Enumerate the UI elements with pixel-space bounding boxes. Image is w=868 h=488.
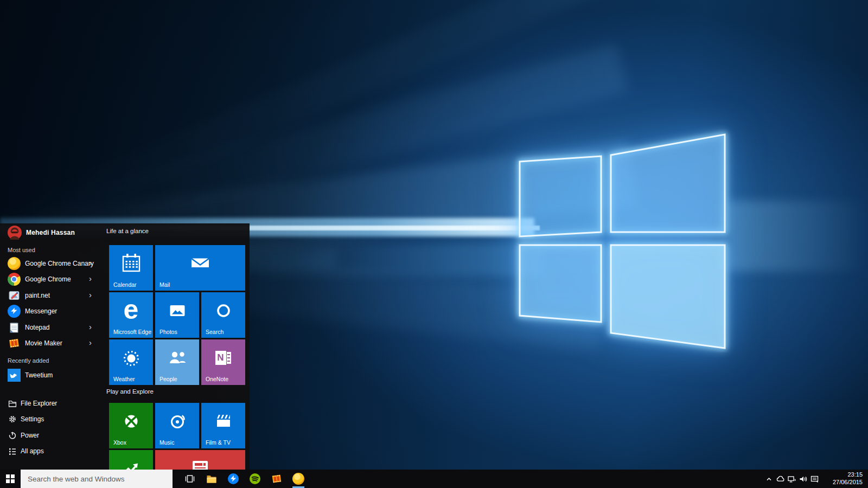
menu-item-label: paint.net	[25, 292, 50, 299]
news-icon	[187, 455, 213, 470]
submenu-chevron-icon[interactable]: ›	[89, 258, 92, 267]
start-button[interactable]	[0, 470, 21, 488]
submenu-chevron-icon[interactable]: ›	[89, 338, 92, 347]
taskbar-chrome-canary[interactable]	[288, 470, 309, 488]
menu-item-label: Power	[21, 432, 39, 439]
taskbar-messenger[interactable]	[222, 470, 244, 488]
folder-icon	[8, 399, 17, 408]
spotify-icon	[249, 473, 261, 485]
action-center-icon	[810, 474, 819, 484]
xbox-icon	[118, 408, 144, 434]
volume-icon	[799, 474, 808, 484]
taskbar-spotify[interactable]	[244, 470, 266, 488]
submenu-chevron-icon[interactable]: ›	[89, 322, 92, 331]
menu-item-movie-maker[interactable]: Movie Maker ›	[0, 336, 103, 352]
windows-logo-icon	[6, 474, 15, 483]
search-input[interactable]	[21, 470, 173, 488]
taskbar: 23:15 27/06/2015	[0, 470, 868, 488]
movie-maker-icon	[8, 337, 21, 350]
tile-microsoft-edge[interactable]: e Microsoft Edge	[109, 292, 153, 338]
tile-weather[interactable]: Weather	[109, 339, 153, 385]
chevron-up-icon	[764, 474, 774, 484]
tile-news[interactable]	[155, 450, 245, 470]
tile-label: Music	[159, 439, 174, 446]
weather-sun-icon	[118, 345, 144, 371]
mail-icon	[187, 251, 213, 277]
chrome-canary-icon	[292, 473, 304, 485]
menu-item-label: Settings	[21, 415, 44, 423]
people-icon	[164, 345, 190, 371]
menu-item-google-chrome[interactable]: Google Chrome ›	[0, 272, 103, 288]
task-view-icon	[184, 473, 196, 485]
most-used-list: Google Chrome Canary › Google Chrome ›	[0, 255, 103, 351]
tile-label: People	[159, 376, 177, 382]
desktop: Mehedi Hassan Most used Google Chrome Ca…	[0, 0, 868, 488]
tile-label: OneNote	[206, 376, 228, 382]
tray-onedrive[interactable]	[775, 474, 786, 483]
menu-item-paintnet[interactable]: paint.net ›	[0, 287, 103, 304]
messenger-icon	[227, 473, 239, 485]
tile-group-heading: Play and Explore	[106, 388, 154, 395]
tile-onenote[interactable]: N OneNote	[201, 339, 245, 385]
avatar	[8, 226, 22, 240]
tray-network[interactable]	[786, 474, 797, 483]
user-account[interactable]: Mehedi Hassan	[8, 225, 75, 240]
menu-item-file-explorer[interactable]: File Explorer	[0, 395, 103, 412]
tile-music[interactable]: Music	[155, 403, 199, 448]
all-apps-icon	[8, 446, 17, 456]
tile-group-heading: Life at a glance	[106, 228, 149, 234]
notepad-icon	[8, 321, 21, 334]
menu-item-messenger[interactable]: Messenger	[0, 304, 103, 320]
menu-item-label: Google Chrome Canary	[25, 260, 94, 267]
tile-label: Weather	[113, 376, 135, 382]
tile-search[interactable]: Search	[201, 292, 245, 338]
tile-people[interactable]: People	[155, 339, 199, 385]
tile-calendar[interactable]: Calendar	[109, 245, 153, 291]
recently-added-list: Tweetium	[0, 367, 103, 383]
tile-photos[interactable]: Photos	[155, 292, 199, 338]
show-hidden-icons-button[interactable]	[763, 474, 775, 483]
gear-icon	[8, 414, 17, 424]
action-center-button[interactable]	[809, 474, 820, 483]
menu-item-google-chrome-canary[interactable]: Google Chrome Canary ›	[0, 255, 103, 272]
most-used-heading: Most used	[8, 247, 35, 253]
clock-time: 23:15	[824, 471, 863, 479]
menu-item-label: Google Chrome	[25, 275, 71, 283]
clock-date: 27/06/2015	[824, 479, 863, 486]
taskbar-file-explorer[interactable]	[201, 470, 222, 488]
task-view-button[interactable]	[179, 470, 201, 488]
onenote-icon: N	[215, 351, 232, 365]
messenger-icon	[8, 305, 21, 318]
movie-maker-icon	[271, 473, 283, 485]
menu-item-all-apps[interactable]: All apps	[0, 444, 103, 460]
tile-film-tv[interactable]: Film & TV	[201, 403, 245, 448]
submenu-chevron-icon[interactable]: ›	[89, 274, 92, 283]
start-menu: Mehedi Hassan Most used Google Chrome Ca…	[0, 223, 250, 470]
menu-item-tweetium[interactable]: Tweetium	[0, 367, 103, 383]
menu-item-label: Notepad	[25, 324, 49, 331]
menu-item-notepad[interactable]: Notepad ›	[0, 319, 103, 336]
tile-label: Microsoft Edge	[113, 329, 151, 335]
tile-money[interactable]	[109, 450, 153, 470]
chrome-icon	[8, 273, 21, 286]
submenu-chevron-icon[interactable]: ›	[89, 290, 92, 299]
menu-item-label: File Explorer	[21, 400, 57, 407]
tweetium-icon	[8, 369, 21, 382]
menu-item-settings[interactable]: Settings	[0, 412, 103, 428]
menu-item-label: Messenger	[25, 307, 57, 315]
taskbar-clock[interactable]: 23:15 27/06/2015	[824, 471, 863, 486]
tile-mail[interactable]: Mail	[155, 245, 245, 291]
paintnet-icon	[8, 289, 21, 302]
menu-item-label: All apps	[21, 447, 44, 455]
tray-volume[interactable]	[797, 474, 809, 483]
tile-label: Calendar	[113, 281, 137, 288]
tile-xbox[interactable]: Xbox	[109, 403, 153, 448]
search-icon	[210, 298, 237, 324]
music-icon	[164, 408, 190, 434]
menu-item-power[interactable]: Power	[0, 427, 103, 444]
photos-icon	[164, 298, 190, 324]
tile-label: Xbox	[113, 439, 126, 446]
tile-label: Photos	[159, 329, 177, 335]
taskbar-movie-maker[interactable]	[266, 470, 288, 488]
taskbar-apps	[179, 470, 309, 488]
